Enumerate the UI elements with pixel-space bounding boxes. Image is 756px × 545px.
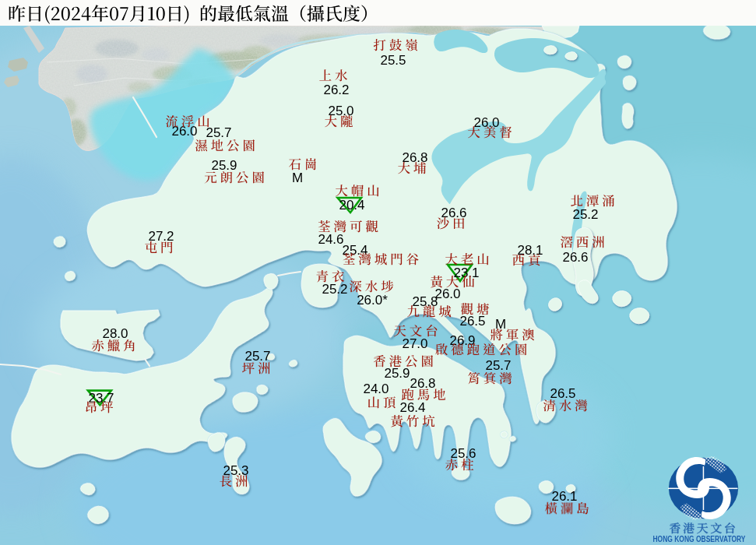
svg-text:HONG KONG OBSERVATORY: HONG KONG OBSERVATORY xyxy=(653,534,746,543)
svg-text:26.1: 26.1 xyxy=(551,489,577,504)
svg-text:M: M xyxy=(292,171,303,185)
svg-text:27.0: 27.0 xyxy=(402,336,427,351)
svg-text:25.0: 25.0 xyxy=(328,104,353,118)
svg-text:26.8: 26.8 xyxy=(410,376,435,391)
svg-text:25.2: 25.2 xyxy=(572,207,598,222)
svg-text:26.5: 26.5 xyxy=(459,314,485,329)
svg-text:25.9: 25.9 xyxy=(384,366,410,381)
svg-text:27.2: 27.2 xyxy=(148,229,174,244)
svg-text:28.0: 28.0 xyxy=(102,326,128,341)
svg-text:24.6: 24.6 xyxy=(318,232,343,247)
svg-text:24.0: 24.0 xyxy=(363,382,389,396)
svg-text:25.5: 25.5 xyxy=(380,53,406,68)
svg-text:25.7: 25.7 xyxy=(485,358,511,373)
svg-text:26.2: 26.2 xyxy=(323,83,349,97)
svg-text:28.1: 28.1 xyxy=(517,243,543,258)
svg-text:26.0: 26.0 xyxy=(434,287,460,301)
svg-text:25.6: 25.6 xyxy=(450,446,476,461)
svg-text:26.0: 26.0 xyxy=(473,115,499,130)
svg-text:20.4: 20.4 xyxy=(339,198,364,213)
svg-text:25.9: 25.9 xyxy=(211,158,237,173)
svg-text:M: M xyxy=(495,317,506,332)
svg-text:26.4: 26.4 xyxy=(399,400,425,415)
svg-text:26.6: 26.6 xyxy=(562,250,588,265)
svg-text:25.7: 25.7 xyxy=(244,349,270,364)
svg-text:26.5: 26.5 xyxy=(550,386,575,401)
svg-text:25.7: 25.7 xyxy=(206,125,231,140)
svg-text:25.2: 25.2 xyxy=(322,282,347,297)
svg-text:23.1: 23.1 xyxy=(453,265,479,280)
svg-text:26.0*: 26.0* xyxy=(357,293,388,308)
